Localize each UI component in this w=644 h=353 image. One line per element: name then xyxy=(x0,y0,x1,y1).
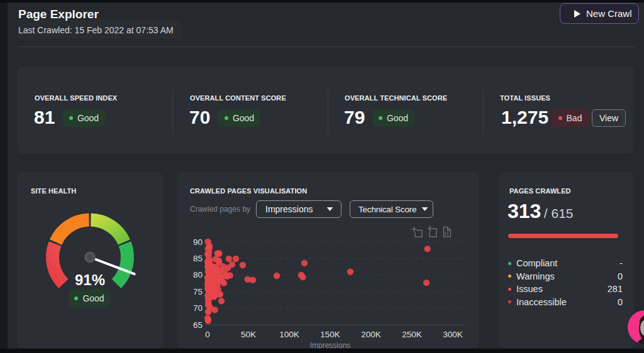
svg-text:80: 80 xyxy=(193,270,203,280)
svg-text:85: 85 xyxy=(193,254,203,263)
svg-text:150K: 150K xyxy=(320,330,340,339)
svg-text:250K: 250K xyxy=(402,330,422,339)
svg-text:200K: 200K xyxy=(361,330,381,339)
svg-text:65: 65 xyxy=(193,320,203,330)
svg-text:300K: 300K xyxy=(443,330,463,339)
svg-text:0: 0 xyxy=(205,330,210,339)
svg-text:75: 75 xyxy=(193,287,203,296)
svg-text:50K: 50K xyxy=(241,330,256,339)
svg-text:Impressions: Impressions xyxy=(310,341,351,349)
svg-text:70: 70 xyxy=(193,303,203,313)
svg-text:90: 90 xyxy=(193,237,203,247)
svg-text:100K: 100K xyxy=(279,330,299,339)
